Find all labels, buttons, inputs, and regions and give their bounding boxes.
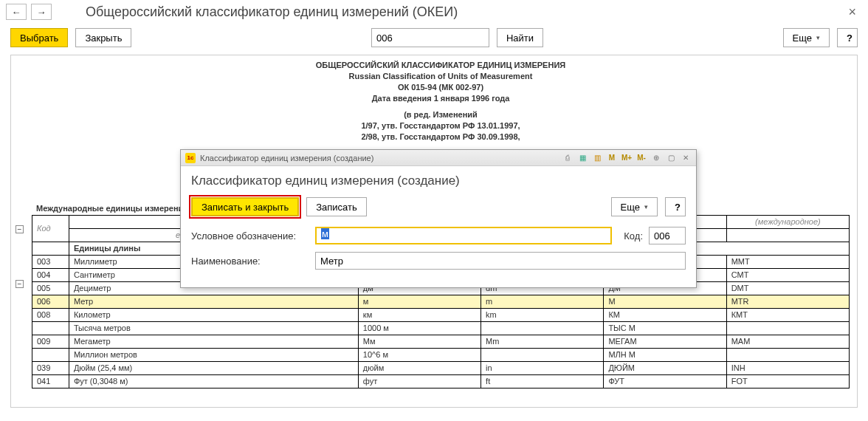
search-input[interactable] [371,28,489,47]
doc-header-l6: 1/97, утв. Госстандартом РФ 13.01.1997, [32,120,850,131]
symbol-field[interactable]: м [315,227,612,244]
nav-forward-button[interactable]: → [31,4,52,20]
maximize-icon[interactable]: ▢ [665,152,677,164]
doc-header-l3: ОК 015-94 (МК 002-97) [32,82,850,93]
page-title: Общероссийский классификатор единиц изме… [86,4,458,20]
table-row[interactable]: 008КилометркмkmКМКМТ [32,308,850,321]
zoom-icon[interactable]: ⊕ [650,152,662,164]
dialog-heading: Классификатор единиц измерения (создание… [191,174,686,188]
dialog-more-label: Еще [621,202,640,213]
col-header-code: Код [32,215,69,242]
symbol-label: Условное обозначение: [191,230,309,242]
table-row[interactable]: Миллион метров10^6 мМЛН М [32,348,850,361]
dialog-title: Классификатор единиц измерения (создание… [200,154,373,162]
app-1c-icon: 1c [185,153,196,163]
more-label: Еще [793,32,812,44]
doc-header-l2: Russian Classification of Units of Measu… [32,71,850,82]
tree-collapse-toggle[interactable]: − [16,225,24,233]
more-button[interactable]: Еще ▾ [783,28,830,47]
help-button[interactable]: ? [837,28,858,47]
memory-mminus-button[interactable]: M- [636,152,647,164]
select-button[interactable]: Выбрать [10,28,68,47]
table-row[interactable]: 009МегаметрМмMmМЕГАММАМ [32,335,850,348]
name-field[interactable] [315,252,686,270]
save-button[interactable]: Записать [306,197,367,216]
col-header-intl2: (международное) [726,215,849,228]
save-and-close-button[interactable]: Записать и закрыть [191,197,299,216]
dialog-more-button[interactable]: Еще ▾ [611,197,658,216]
symbol-value: м [321,228,329,239]
table-row[interactable]: 041Фут (0,3048 м)футftФУТFOT [32,374,850,388]
memory-m-button[interactable]: M [606,152,618,164]
print-icon[interactable]: ⎙ [562,152,574,164]
doc-header-l4: Дата введения 1 января 1996 года [32,93,850,104]
tree-collapse-toggle[interactable]: − [16,280,24,288]
chevron-down-icon: ▾ [644,203,648,210]
calendar-icon[interactable]: ▥ [591,152,603,164]
dialog-help-button[interactable]: ? [665,197,686,216]
table-row[interactable]: Тысяча метров1000 мТЫС М [32,321,850,335]
find-button[interactable]: Найти [497,28,543,47]
document-header: ОБЩЕРОССИЙСКИЙ КЛАССИФИКАТОР ЕДИНИЦ ИЗМЕ… [32,60,850,143]
table-icon[interactable]: ▦ [576,152,588,164]
name-label: Наименование: [191,256,309,267]
dialog-close-icon[interactable]: ✕ [680,152,692,164]
code-label: Код: [624,230,643,242]
close-button[interactable]: Закрыть [75,28,131,47]
doc-header-l5: (в ред. Изменений [32,109,850,120]
code-field[interactable] [649,227,686,244]
memory-mplus-button[interactable]: M+ [621,152,633,164]
create-unit-dialog: 1c Классификатор единиц измерения (созда… [180,149,697,288]
table-row[interactable]: 006МетрмmМMTR [32,295,850,308]
window-close-button[interactable]: × [842,4,862,20]
chevron-down-icon: ▾ [816,34,820,41]
doc-header-l7: 2/98, утв. Госстандартом РФ 30.09.1998, [32,131,850,143]
nav-back-button[interactable]: ← [6,4,27,20]
doc-header-l1: ОБЩЕРОССИЙСКИЙ КЛАССИФИКАТОР ЕДИНИЦ ИЗМЕ… [32,60,850,71]
table-row[interactable]: 039Дюйм (25,4 мм)дюймinДЮЙМINH [32,361,850,374]
